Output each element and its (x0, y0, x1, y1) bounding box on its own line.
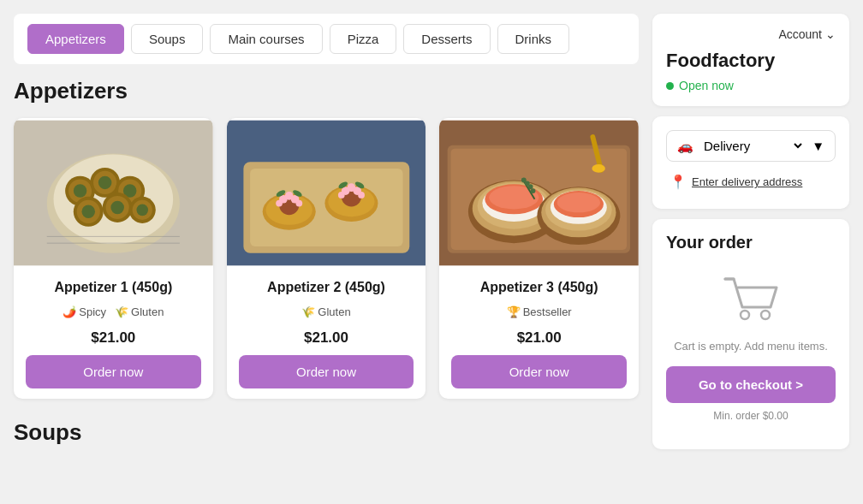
product-info-2: Appetizer 2 (450g) 🌾 Gluten $21.00 Order… (227, 268, 426, 399)
delivery-card: 🚗 Delivery ▼ 📍 Enter delivery address (652, 116, 849, 209)
svg-point-41 (347, 183, 355, 192)
svg-point-69 (741, 311, 749, 319)
restaurant-card: Account ⌄ Foodfactory Open now (652, 14, 849, 106)
products-grid: Appetizer 1 (450g) 🌶️ Spicy 🌾 Gluten $21… (14, 118, 639, 399)
product-card-1: Appetizer 1 (450g) 🌶️ Spicy 🌾 Gluten $21… (14, 118, 213, 399)
cart-icon (721, 275, 781, 329)
min-order-text: Min. order $0.00 (713, 410, 788, 422)
checkout-button[interactable]: Go to checkout > (666, 366, 836, 403)
soups-section-title: Soups (14, 419, 639, 446)
car-icon: 🚗 (677, 139, 693, 154)
svg-point-70 (761, 311, 770, 319)
tab-desserts[interactable]: Desserts (403, 24, 490, 54)
product-name-2: Appetizer 2 (450g) (239, 280, 414, 295)
svg-point-33 (295, 200, 302, 207)
main-content: Appetizers Soups Main courses Pizza Dess… (14, 14, 639, 449)
svg-point-17 (110, 201, 124, 215)
location-icon: 📍 (670, 174, 687, 190)
svg-point-58 (528, 184, 533, 189)
order-button-2[interactable]: Order now (239, 355, 414, 388)
chevron-down-icon: ▼ (812, 139, 824, 153)
product-info-1: Appetizer 1 (450g) 🌶️ Spicy 🌾 Gluten $21… (14, 268, 213, 399)
product-tags-3: 🏆 Bestseller (451, 302, 627, 321)
product-tags-2: 🌾 Gluten (239, 302, 414, 321)
delivery-method-select[interactable]: Delivery (700, 138, 805, 154)
category-tabs: Appetizers Soups Main courses Pizza Dess… (14, 14, 639, 64)
svg-point-20 (136, 205, 148, 216)
tab-appetizers[interactable]: Appetizers (27, 24, 124, 54)
product-price-1: $21.00 (26, 329, 201, 347)
address-row: 📍 Enter delivery address (666, 169, 836, 195)
sidebar: Account ⌄ Foodfactory Open now 🚗 Deliver… (652, 14, 849, 449)
product-tag-gluten: 🌾 Gluten (115, 302, 164, 321)
restaurant-name: Foodfactory (666, 50, 836, 72)
product-card-2: Appetizer 2 (450g) 🌾 Gluten $21.00 Order… (227, 118, 426, 399)
svg-point-8 (98, 176, 112, 190)
delivery-method-row: 🚗 Delivery ▼ (666, 130, 836, 162)
tab-main-courses[interactable]: Main courses (210, 24, 322, 54)
address-link[interactable]: Enter delivery address (692, 175, 802, 188)
product-image-1 (14, 118, 213, 268)
svg-point-43 (358, 192, 365, 199)
product-tag-bestseller: 🏆 Bestseller (507, 302, 572, 321)
open-status-text: Open now (679, 79, 734, 92)
order-button-1[interactable]: Order now (26, 355, 201, 388)
svg-point-65 (557, 193, 600, 212)
svg-point-59 (531, 188, 536, 193)
product-tag-gluten-2: 🌾 Gluten (301, 302, 350, 321)
svg-point-5 (74, 184, 87, 198)
account-label[interactable]: Account (778, 27, 822, 41)
svg-point-31 (285, 192, 294, 200)
product-tags-1: 🌶️ Spicy 🌾 Gluten (26, 302, 201, 321)
svg-point-32 (276, 200, 283, 207)
product-card-3: Appetizer 3 (450g) 🏆 Bestseller $21.00 O… (439, 118, 639, 399)
product-name-1: Appetizer 1 (450g) (26, 280, 201, 295)
order-title: Your order (666, 233, 836, 252)
tab-soups[interactable]: Soups (131, 24, 204, 54)
product-image-3 (439, 118, 639, 268)
tab-drinks[interactable]: Drinks (497, 24, 570, 54)
open-status: Open now (666, 79, 836, 92)
product-price-3: $21.00 (451, 329, 627, 347)
appetizers-section-title: Appetizers (14, 78, 639, 104)
order-button-3[interactable]: Order now (451, 355, 627, 388)
product-name-3: Appetizer 3 (450g) (451, 280, 627, 295)
account-row: Account ⌄ (666, 27, 836, 41)
product-tag-spicy: 🌶️ Spicy (62, 302, 106, 321)
account-chevron: ⌄ (825, 27, 836, 41)
cart-empty-text: Cart is empty. Add menu items. (674, 340, 828, 353)
tab-pizza[interactable]: Pizza (330, 24, 397, 54)
open-status-dot (666, 82, 674, 90)
product-image-2 (227, 118, 426, 268)
order-card: Your order Cart is empty. Add menu items… (652, 219, 849, 449)
svg-point-14 (81, 205, 95, 219)
svg-point-42 (338, 192, 345, 199)
cart-empty-area: Cart is empty. Add menu items. Go to che… (666, 266, 836, 436)
product-info-3: Appetizer 3 (450g) 🏆 Bestseller $21.00 O… (439, 268, 639, 399)
product-price-2: $21.00 (239, 329, 414, 347)
svg-point-67 (592, 164, 606, 173)
